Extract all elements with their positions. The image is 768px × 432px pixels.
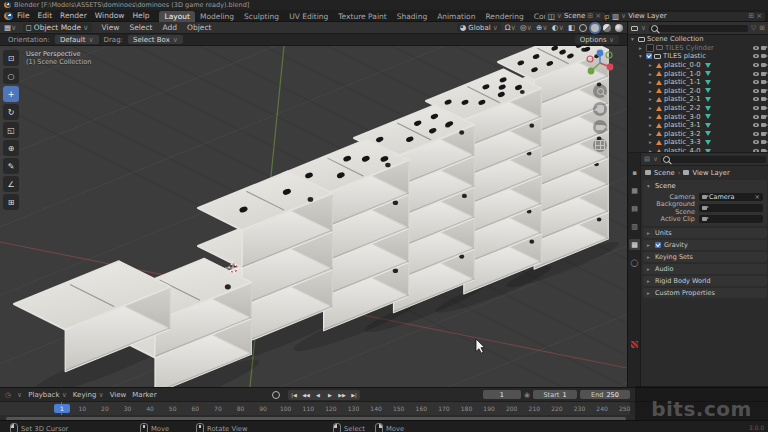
- camera-visibility-icon[interactable]: [761, 132, 766, 136]
- hide-eye-icon[interactable]: [753, 106, 759, 110]
- hide-eye-icon[interactable]: [753, 140, 759, 144]
- mode-selector[interactable]: ◻ Object Mode ∨: [23, 23, 92, 32]
- hide-eye-icon[interactable]: [753, 72, 759, 76]
- options-dropdown[interactable]: Options ∨: [575, 35, 619, 44]
- playhead[interactable]: 1: [54, 404, 70, 413]
- tool-move[interactable]: +: [3, 86, 19, 102]
- outliner-row-plastic-3-1[interactable]: ▸plastic_3-1: [628, 121, 768, 130]
- properties-search-input[interactable]: [661, 156, 766, 163]
- workspace-tab-modeling[interactable]: Modeling: [195, 11, 239, 22]
- snap-magnet-icon[interactable]: Ω∨: [505, 23, 516, 32]
- pan-hand-icon[interactable]: [593, 102, 607, 116]
- outliner-row-tiles-plastic[interactable]: ▾TILES plastic: [628, 52, 768, 61]
- hide-eye-icon[interactable]: [753, 132, 759, 136]
- timeline-menu-playback[interactable]: Playback ∨: [28, 391, 67, 399]
- blender-menu-icon[interactable]: [4, 12, 13, 20]
- tool-scale[interactable]: ◱: [3, 122, 19, 138]
- zoom-icon[interactable]: [593, 84, 607, 98]
- chevron-expanded-icon[interactable]: ▾: [631, 36, 636, 42]
- xray-toggle-icon[interactable]: ◧: [568, 23, 575, 32]
- outliner-search-input[interactable]: [649, 25, 748, 32]
- workspace-tab-shading[interactable]: Shading: [392, 11, 432, 22]
- workspace-tab-uv-editing[interactable]: UV Editing: [284, 11, 333, 22]
- collection-checkbox[interactable]: [646, 53, 652, 59]
- shading-solid-icon[interactable]: [591, 24, 599, 32]
- chevron-icon[interactable]: ▸: [649, 122, 654, 128]
- camera-visibility-icon[interactable]: [761, 89, 766, 93]
- chevron-icon[interactable]: ▸: [649, 105, 654, 111]
- hide-eye-icon[interactable]: [753, 46, 759, 50]
- workspace-tab-layout[interactable]: Layout: [159, 11, 195, 22]
- viewport-menu-select[interactable]: Select: [125, 23, 156, 32]
- camera-visibility-icon[interactable]: [761, 54, 766, 58]
- overlays-toggle-icon[interactable]: ◐∨: [552, 23, 564, 32]
- tool-cursor[interactable]: ○: [3, 68, 19, 84]
- chevron-icon[interactable]: ▸: [649, 114, 654, 120]
- camera-field[interactable]: Camera×: [699, 193, 763, 201]
- transform-orientation-selector[interactable]: ◕ Global ∨: [457, 23, 501, 32]
- section-audio[interactable]: ▸Audio: [643, 264, 767, 274]
- camera-visibility-icon[interactable]: [761, 106, 766, 110]
- viewport-canvas[interactable]: [0, 46, 627, 387]
- hide-eye-icon[interactable]: [753, 115, 759, 119]
- workspace-tab-texture-paint[interactable]: Texture Paint: [333, 11, 391, 22]
- transport-play[interactable]: ▶: [324, 392, 336, 398]
- timeline-menu-view[interactable]: View: [110, 391, 127, 399]
- breadcrumb-view-layer[interactable]: View Layer: [692, 169, 729, 177]
- outliner-row-plastic-1-1[interactable]: ▸plastic_1-1: [628, 78, 768, 87]
- view-layer-selector[interactable]: ▥ ∨ View Layer ⊞ ×: [609, 12, 765, 21]
- outliner-row-scene-collection[interactable]: ▾Scene Collection: [628, 35, 768, 44]
- transport-jump-start[interactable]: |◀: [288, 392, 300, 398]
- proportional-editing-icon[interactable]: ◎∨: [520, 23, 532, 32]
- transport-prev-keyframe[interactable]: ◀◀: [300, 392, 312, 398]
- tool-annotate[interactable]: ✎: [3, 158, 19, 174]
- properties-tab-view-layer[interactable]: ▥: [629, 221, 640, 232]
- collection-filter-icon[interactable]: [631, 26, 638, 31]
- section-custom-properties[interactable]: ▸Custom Properties: [643, 288, 767, 298]
- tool-rotate[interactable]: ↻: [3, 104, 19, 120]
- section-rigid-body-world[interactable]: ▸Rigid Body World: [643, 276, 767, 286]
- chevron-icon[interactable]: ▸: [639, 45, 644, 51]
- navigation-gizmo[interactable]: [585, 48, 615, 78]
- menu-window[interactable]: Window: [91, 11, 129, 20]
- outliner-row-plastic-2-2[interactable]: ▸plastic_2-2: [628, 104, 768, 113]
- workspace-tab-sculpting[interactable]: Sculpting: [239, 11, 284, 22]
- camera-visibility-icon[interactable]: [761, 115, 766, 119]
- hide-eye-icon[interactable]: [753, 123, 759, 127]
- transport-play-reverse[interactable]: ◀: [312, 392, 324, 398]
- viewport-menu-object[interactable]: Object: [183, 23, 215, 32]
- transport-jump-end[interactable]: ▶|: [348, 392, 360, 398]
- unlink-scene-button[interactable]: ×: [595, 12, 601, 20]
- outliner-row-plastic-3-3[interactable]: ▸plastic_3-3: [628, 138, 768, 147]
- gravity-checkbox[interactable]: [655, 242, 661, 248]
- breadcrumb-scene[interactable]: Scene: [654, 169, 675, 177]
- camera-visibility-icon[interactable]: [761, 80, 766, 84]
- outliner-row-plastic-2-1[interactable]: ▸plastic_2-1: [628, 95, 768, 104]
- transport-next-keyframe[interactable]: ▶▶: [336, 392, 348, 398]
- chevron-icon[interactable]: ▸: [649, 62, 654, 68]
- scene-selector[interactable]: ◫ ∨ Scene ⊞ ×: [545, 12, 604, 21]
- tool-transform[interactable]: ⊕: [3, 140, 19, 156]
- properties-tab-world[interactable]: ◯: [629, 257, 640, 268]
- scene-panel-header[interactable]: ▾ Scene: [643, 180, 767, 191]
- outliner-row-plastic-2-0[interactable]: ▸plastic_2-0: [628, 87, 768, 96]
- shading-material-icon[interactable]: [603, 24, 611, 32]
- hide-eye-icon[interactable]: [753, 97, 759, 101]
- perspective-toggle-icon[interactable]: [593, 138, 607, 152]
- tool-measure[interactable]: ∠: [3, 176, 19, 192]
- clear-icon[interactable]: ×: [755, 193, 760, 201]
- chevron-icon[interactable]: ▸: [649, 131, 654, 137]
- section-gravity[interactable]: ▸Gravity: [643, 240, 767, 250]
- chevron-icon[interactable]: ▾: [639, 53, 644, 59]
- properties-editor-icon[interactable]: ▤: [644, 155, 650, 163]
- camera-visibility-icon[interactable]: [761, 97, 766, 101]
- chevron-icon[interactable]: ▸: [649, 96, 654, 102]
- outliner-row-plastic-3-0[interactable]: ▸plastic_3-0: [628, 112, 768, 121]
- tool-select-box[interactable]: ⊡: [3, 50, 19, 66]
- chevron-icon[interactable]: ▸: [649, 71, 654, 77]
- collection-checkbox[interactable]: [646, 44, 654, 52]
- chevron-icon[interactable]: ▸: [649, 139, 654, 145]
- drag-value-dropdown[interactable]: Select Box ∨: [128, 35, 183, 44]
- camera-visibility-icon[interactable]: [761, 123, 766, 127]
- workspace-tab-rendering[interactable]: Rendering: [480, 11, 528, 22]
